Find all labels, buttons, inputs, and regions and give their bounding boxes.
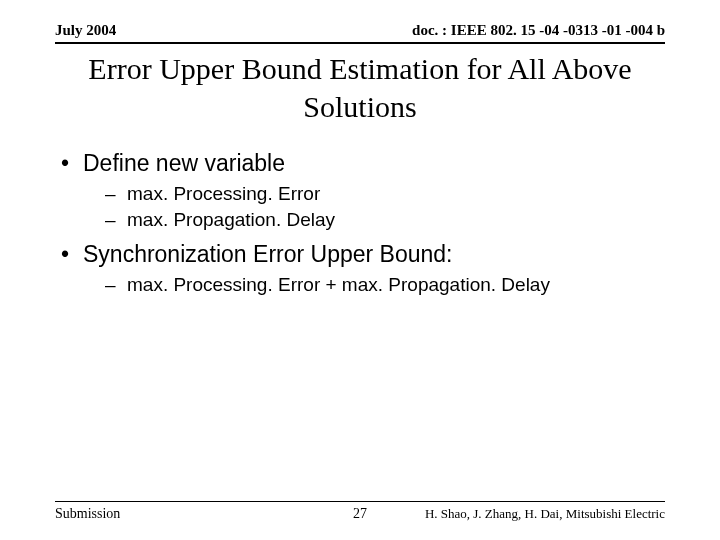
bullet-level2: max. Processing. Error + max. Propagatio… xyxy=(55,274,665,296)
footer: Submission 27 H. Shao, J. Zhang, H. Dai,… xyxy=(55,506,665,522)
slide-body: Define new variable max. Processing. Err… xyxy=(55,140,665,298)
slide: July 2004 doc. : IEEE 802. 15 -04 -0313 … xyxy=(0,0,720,540)
header-date: July 2004 xyxy=(55,22,116,39)
bullet-level2: max. Propagation. Delay xyxy=(55,209,665,231)
bullet-level2: max. Processing. Error xyxy=(55,183,665,205)
bullet-level1: Synchronization Error Upper Bound: xyxy=(55,241,665,268)
bullet-level1: Define new variable xyxy=(55,150,665,177)
footer-rule xyxy=(55,501,665,502)
page-number: 27 xyxy=(55,506,665,522)
header: July 2004 doc. : IEEE 802. 15 -04 -0313 … xyxy=(55,22,665,39)
slide-title: Error Upper Bound Estimation for All Abo… xyxy=(55,50,665,125)
header-docid: doc. : IEEE 802. 15 -04 -0313 -01 -004 b xyxy=(412,22,665,39)
header-rule xyxy=(55,42,665,44)
